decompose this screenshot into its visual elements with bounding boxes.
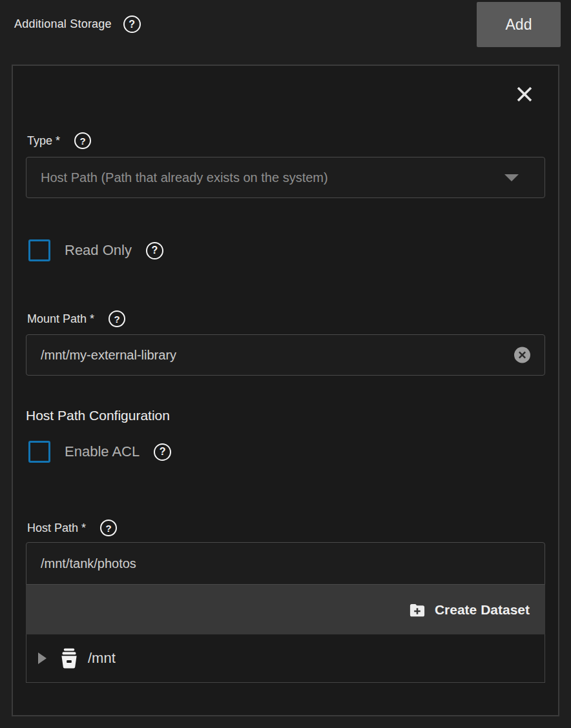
mount-path-label-row: Mount Path * ? — [27, 310, 545, 327]
host-path-label-row: Host Path * ? — [27, 520, 545, 536]
mount-path-label: Mount Path * — [27, 312, 94, 326]
page-title: Additional Storage — [14, 17, 112, 31]
read-only-label: Read Only — [65, 242, 132, 259]
page-title-row: Additional Storage ? — [14, 15, 141, 33]
host-path-explorer: Create Dataset /mnt — [26, 542, 545, 683]
add-button[interactable]: Add — [477, 2, 561, 47]
tree-row-mnt[interactable]: /mnt — [26, 647, 116, 669]
additional-storage-card: Type * ? Host Path (Path that already ex… — [12, 65, 559, 716]
mount-path-input-box — [26, 334, 545, 376]
close-icon[interactable] — [514, 84, 535, 105]
explorer-toolbar: Create Dataset — [26, 585, 545, 634]
explorer-tree: /mnt — [26, 634, 545, 683]
additional-storage-help-icon[interactable]: ? — [123, 15, 141, 33]
chevron-down-icon — [504, 174, 519, 181]
clear-icon[interactable] — [514, 347, 530, 363]
host-path-help-icon[interactable]: ? — [100, 520, 117, 536]
enable-acl-checkbox[interactable] — [28, 441, 50, 463]
create-dataset-label: Create Dataset — [435, 602, 530, 618]
host-path-input-box — [26, 542, 545, 585]
type-label-row: Type * ? — [27, 132, 545, 149]
folder-plus-icon — [408, 601, 426, 619]
close-row — [26, 84, 535, 105]
enable-acl-row: Enable ACL ? — [28, 441, 545, 463]
page-header: Additional Storage ? Add — [0, 0, 571, 65]
dataset-icon — [58, 647, 80, 669]
enable-acl-label: Enable ACL — [65, 443, 140, 460]
create-dataset-button[interactable]: Create Dataset — [408, 601, 530, 619]
type-label: Type * — [27, 134, 60, 148]
read-only-checkbox[interactable] — [28, 239, 50, 261]
enable-acl-help-icon[interactable]: ? — [154, 443, 171, 461]
type-help-icon[interactable]: ? — [74, 132, 91, 149]
host-path-configuration-heading: Host Path Configuration — [26, 408, 545, 423]
tree-label-mnt: /mnt — [88, 650, 116, 667]
read-only-row: Read Only ? — [28, 239, 545, 261]
type-select[interactable]: Host Path (Path that already exists on t… — [26, 157, 545, 198]
read-only-help-icon[interactable]: ? — [146, 242, 163, 259]
expand-arrow-icon[interactable] — [38, 652, 47, 664]
mount-path-help-icon[interactable]: ? — [109, 310, 125, 327]
host-path-input[interactable] — [26, 543, 545, 584]
mount-path-input[interactable] — [26, 335, 545, 375]
host-path-label: Host Path * — [27, 521, 86, 535]
type-select-value: Host Path (Path that already exists on t… — [41, 170, 504, 185]
